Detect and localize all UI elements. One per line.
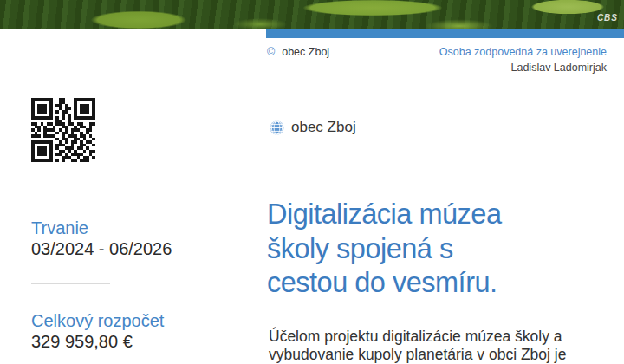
hero-photo: CBS — [0, 0, 624, 29]
sidebar-divider — [31, 283, 110, 284]
site-header: obec Zboj — [270, 119, 356, 136]
copyright-owner: obec Zboj — [282, 46, 329, 58]
budget-value: 329 959,80 € — [31, 332, 164, 351]
responsible-block: Osoba zodpovedná za uverejnenie Ladislav… — [439, 46, 607, 74]
duration-value: 03/2024 - 06/2026 — [31, 239, 172, 258]
photo-copyright: © obec Zboj — [267, 46, 329, 58]
site-name: obec Zboj — [291, 119, 356, 136]
duration-block: Trvanie 03/2024 - 06/2026 — [31, 218, 172, 258]
accent-bar — [266, 29, 624, 38]
duration-label: Trvanie — [31, 218, 172, 237]
responsible-name: Ladislav Ladomirjak — [439, 62, 607, 74]
qr-code — [31, 98, 95, 162]
project-description: Účelom projektu digitalizácie múzea škol… — [269, 328, 615, 363]
budget-block: Celkový rozpočet 329 959,80 € — [31, 311, 164, 351]
project-title: Digitalizácia múzea školy spojená s cest… — [267, 198, 501, 301]
project-description-line: Účelom projektu digitalizácie múzea škol… — [269, 328, 615, 346]
project-title-line: Digitalizácia múzea — [267, 198, 501, 232]
globe-icon — [270, 120, 284, 135]
project-title-line: cestou do vesmíru. — [267, 266, 501, 301]
project-title-line: školy spojená s — [267, 232, 501, 267]
project-description-line: vybudovanie kupoly planetária v obci Zbo… — [269, 346, 615, 364]
budget-label: Celkový rozpočet — [31, 311, 164, 330]
cbs-watermark: CBS — [597, 13, 618, 23]
responsible-label: Osoba zodpovedná za uverejnenie — [439, 46, 607, 58]
page: CBS © obec Zboj Osoba zodpovedná za uver… — [0, 0, 624, 364]
copyright-icon: © — [267, 46, 275, 58]
